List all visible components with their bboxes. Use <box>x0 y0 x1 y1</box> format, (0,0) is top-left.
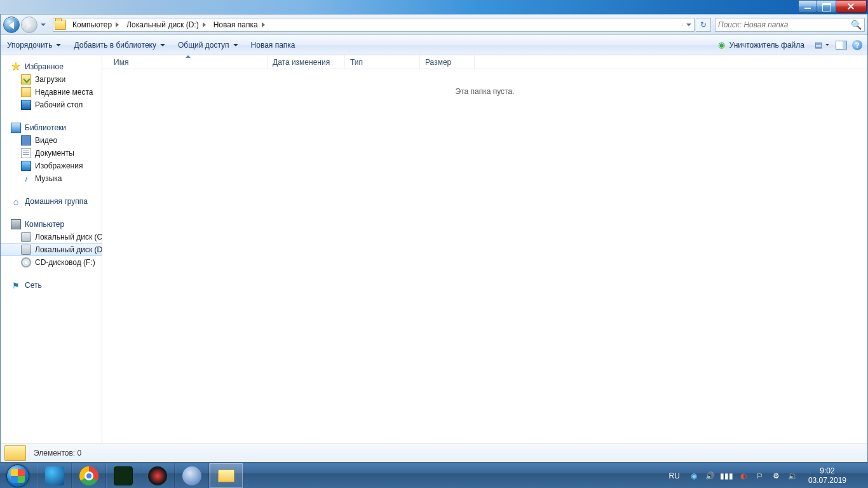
search-icon: 🔍 <box>851 20 862 30</box>
library-icon <box>11 123 21 133</box>
sidebar-item-pictures[interactable]: Изображения <box>1 159 102 172</box>
column-size[interactable]: Размер <box>420 55 475 69</box>
language-indicator[interactable]: RU <box>667 471 682 480</box>
taskbar-app-5[interactable] <box>175 463 209 488</box>
computer-header[interactable]: Компьютер <box>1 218 102 231</box>
shredder-label: Уничтожитель файла <box>729 41 804 50</box>
libraries-header[interactable]: Библиотеки <box>1 121 102 134</box>
document-icon <box>21 148 31 158</box>
breadcrumb-disk-d[interactable]: Локальный диск (D:) <box>121 18 208 31</box>
address-bar[interactable]: Компьютер Локальный диск (D:) Новая папк… <box>53 18 695 32</box>
taskbar-app-3[interactable] <box>106 463 140 488</box>
status-item-count: Элементов: 0 <box>34 449 81 458</box>
taskbar-app-4[interactable] <box>140 463 175 488</box>
volume-icon[interactable]: 🔊 <box>705 471 715 481</box>
search-box[interactable]: 🔍 <box>715 18 865 32</box>
tray-icon-1[interactable]: ◉ <box>689 471 699 481</box>
taskbar-pinned-apps <box>37 463 243 488</box>
column-date[interactable]: Дата изменения <box>268 55 345 69</box>
system-tray: RU ◉ 🔊 ▮▮▮ ◐ ⚐ ⚙ 🔉 9:02 03.07.2019 <box>664 463 868 488</box>
action-center-icon[interactable]: ⚐ <box>755 471 765 481</box>
close-icon <box>836 1 866 12</box>
search-input[interactable] <box>718 20 851 29</box>
sidebar-item-cd-drive[interactable]: CD-дисковод (F:) <box>1 256 102 269</box>
background-strip <box>0 0 868 14</box>
computer-icon <box>11 219 21 229</box>
new-folder-button[interactable]: Новая папка <box>245 35 302 55</box>
tray-icon-6[interactable]: ⚙ <box>771 471 782 481</box>
close-button[interactable] <box>836 0 867 13</box>
maximize-icon <box>817 1 836 12</box>
arrow-left-icon <box>9 22 14 29</box>
network-tray-icon[interactable]: ▮▮▮ <box>722 471 732 481</box>
desktop-icon <box>21 100 31 110</box>
refresh-button[interactable]: ↻ <box>696 18 711 32</box>
nav-back-button[interactable] <box>3 17 20 33</box>
file-shredder-button[interactable]: ◉ Уничтожитель файла <box>714 40 807 50</box>
breadcrumb-new-folder[interactable]: Новая папка <box>208 18 268 31</box>
tray-icon-4[interactable]: ◐ <box>738 471 749 481</box>
folder-icon <box>4 445 26 461</box>
sidebar-item-music[interactable]: ♪Музыка <box>1 172 102 185</box>
address-dropdown[interactable] <box>682 24 694 26</box>
sidebar-item-desktop[interactable]: Рабочий стол <box>1 98 102 111</box>
tray-icon-7[interactable]: 🔉 <box>788 471 798 481</box>
taskbar-app-explorer[interactable] <box>209 463 243 488</box>
share-button[interactable]: Общий доступ <box>172 35 245 55</box>
breadcrumb-computer[interactable]: Компьютер <box>67 18 121 31</box>
chevron-down-icon <box>686 24 691 26</box>
sidebar-item-documents[interactable]: Документы <box>1 147 102 159</box>
chevron-down-icon <box>41 24 46 26</box>
homegroup-icon: ⌂ <box>11 196 21 207</box>
content-pane: Имя Дата изменения Тип Размер Эта папка … <box>102 55 867 443</box>
add-to-library-button[interactable]: Добавить в библиотеку <box>67 35 172 55</box>
column-headers: Имя Дата изменения Тип Размер <box>102 55 867 69</box>
windows-orb-icon <box>6 464 29 487</box>
sidebar-item-disk-c[interactable]: Локальный диск (C:) <box>1 231 102 243</box>
minimize-icon <box>799 1 817 12</box>
download-icon <box>21 74 31 85</box>
views-icon: ▤ <box>813 40 824 50</box>
maximize-button[interactable] <box>817 0 836 13</box>
homegroup-header[interactable]: ⌂Домашняя группа <box>1 195 102 208</box>
explorer-window: Компьютер Локальный диск (D:) Новая папк… <box>0 14 868 463</box>
column-name[interactable]: Имя <box>109 55 268 69</box>
help-button[interactable]: ? <box>852 40 862 50</box>
taskbar-clock[interactable]: 9:02 03.07.2019 <box>804 466 850 485</box>
sidebar-item-downloads[interactable]: Загрузки <box>1 73 102 86</box>
preview-pane-button[interactable] <box>836 41 847 50</box>
nav-forward-button[interactable] <box>21 17 37 33</box>
clock-time: 9:02 <box>808 466 846 476</box>
network-icon: ⚑ <box>11 280 21 290</box>
sort-ascending-icon <box>186 55 191 58</box>
disk-icon <box>21 245 31 255</box>
disk-icon <box>21 232 31 242</box>
taskbar-app-chrome[interactable] <box>72 463 106 488</box>
start-button[interactable] <box>0 463 35 488</box>
toolbar: Упорядочить Добавить в библиотеку Общий … <box>1 35 867 55</box>
image-icon <box>21 161 31 171</box>
taskbar-app-1[interactable] <box>37 463 72 488</box>
sidebar-item-recent[interactable]: Недавние места <box>1 86 102 98</box>
column-type[interactable]: Тип <box>345 55 420 69</box>
favorites-header[interactable]: Избранное <box>1 60 102 73</box>
nav-history-dropdown[interactable] <box>39 17 48 33</box>
empty-folder-message: Эта папка пуста. <box>102 69 867 96</box>
minimize-button[interactable] <box>798 0 817 13</box>
refresh-icon: ↻ <box>700 20 707 29</box>
video-icon <box>21 135 31 146</box>
arrow-right-icon <box>27 22 32 29</box>
network-header[interactable]: ⚑Сеть <box>1 279 102 292</box>
sidebar-item-video[interactable]: Видео <box>1 134 102 147</box>
clock-date: 03.07.2019 <box>808 476 846 485</box>
status-bar: Элементов: 0 <box>1 443 867 462</box>
shredder-icon: ◉ <box>717 40 727 50</box>
folder-icon <box>55 20 66 30</box>
organize-button[interactable]: Упорядочить <box>1 35 67 55</box>
window-caption-buttons <box>798 0 867 13</box>
cd-icon <box>21 257 31 268</box>
sidebar-item-disk-d[interactable]: Локальный диск (D:) <box>1 243 102 256</box>
navigation-pane: Избранное Загрузки Недавние места Рабочи… <box>1 55 102 443</box>
taskbar: RU ◉ 🔊 ▮▮▮ ◐ ⚐ ⚙ 🔉 9:02 03.07.2019 <box>0 463 868 488</box>
views-button[interactable]: ▤ <box>812 39 831 51</box>
